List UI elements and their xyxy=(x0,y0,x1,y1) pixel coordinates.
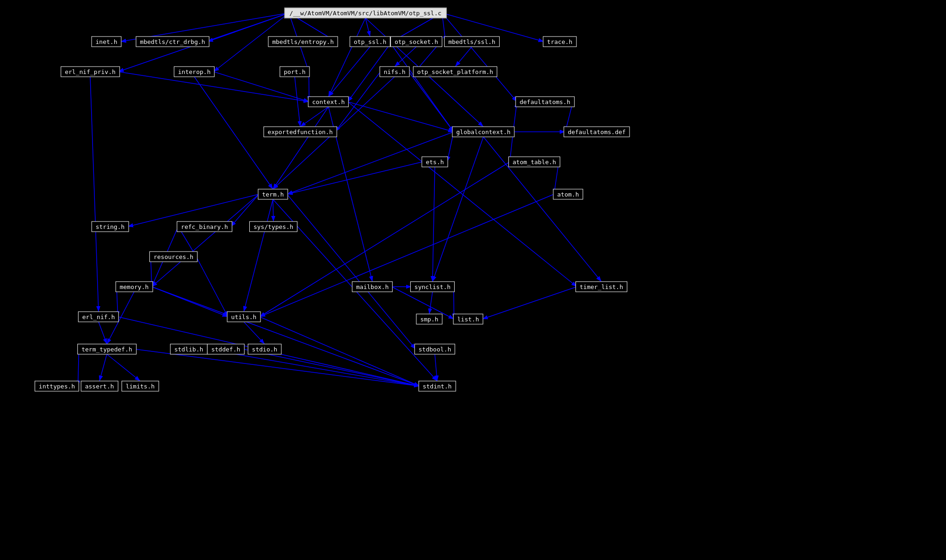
node-globalcontext_h: globalcontext.h xyxy=(452,127,514,137)
edge-otp_ssl_h-globalcontext_h xyxy=(390,42,454,132)
node-resources_h: resources.h xyxy=(149,252,198,262)
node-inttypes_h: inttypes.h xyxy=(35,381,79,392)
node-trace_h: trace.h xyxy=(543,37,577,47)
edge-utils_h-stdint_h xyxy=(260,317,420,386)
node-sys_types_h: sys/types.h xyxy=(249,222,297,232)
edge-ets_h-synclist_h xyxy=(433,167,435,282)
node-erl_nif_h: erl_nif.h xyxy=(78,312,119,322)
edge-synclist_h-smp_h xyxy=(429,292,433,314)
edge-memory_h-utils_h xyxy=(152,287,228,317)
edge-term_typedef_h-stdint_h xyxy=(135,349,420,386)
edge-root-context_h xyxy=(328,18,365,97)
node-string_h: string.h xyxy=(92,222,129,232)
node-otp_ssl_h: otp_ssl.h xyxy=(350,37,390,47)
node-mbedtls_ssl_h: mbedtls/ssl.h xyxy=(444,37,500,47)
edge-term_h-sys_types_h xyxy=(273,199,273,222)
edge-memory_h-stdint_h xyxy=(152,287,420,386)
node-mbedtls_ctr_drbg_h: mbedtls/ctr_drbg.h xyxy=(136,37,210,47)
edge-atom_table_h-utils_h xyxy=(260,162,510,317)
edge-atom_h-utils_h xyxy=(260,194,554,317)
edge-otp_ssl_h-context_h xyxy=(328,47,370,97)
node-term_typedef_h: term_typedef.h xyxy=(77,344,136,355)
edge-context_h-term_h xyxy=(273,107,328,189)
edge-root-defaultatoms_h xyxy=(442,13,517,102)
node-assert_h: assert.h xyxy=(81,381,118,392)
node-port_h: port.h xyxy=(280,67,310,77)
node-utils_h: utils.h xyxy=(227,312,261,322)
edge-otp_socket_h-nifs_h xyxy=(395,47,416,67)
node-mbedtls_entropy_h: mbedtls/entropy.h xyxy=(268,37,338,47)
edge-port_h-exportedfunction_h xyxy=(295,77,300,127)
edge-stdbool_h-stdint_h xyxy=(435,354,437,381)
node-stdio_h: stdio.h xyxy=(248,344,282,355)
edge-resources_h-utils_h xyxy=(196,257,228,317)
node-inet_h: inet.h xyxy=(92,37,122,47)
node-defaultatoms_h: defaultatoms.h xyxy=(515,97,575,107)
node-ets_h: ets.h xyxy=(421,157,448,167)
edge-layer xyxy=(0,0,946,560)
node-stdint_h: stdint.h xyxy=(419,381,456,392)
node-timer_list_h: timer_list.h xyxy=(575,282,627,292)
edge-mbedtls_ssl_h-otp_socket_platform_h xyxy=(455,47,472,67)
edge-context_h-globalcontext_h xyxy=(348,102,454,132)
edge-stddef_h-stdint_h xyxy=(243,349,420,386)
edge-stdlib_h-stdint_h xyxy=(206,349,420,386)
edge-utils_h-stdio_h xyxy=(244,322,265,344)
node-memory_h: memory.h xyxy=(116,282,153,292)
node-list_h: list.h xyxy=(453,314,483,325)
node-stdlib_h: stdlib.h xyxy=(170,344,208,355)
node-context_h: context.h xyxy=(308,97,349,107)
node-defaultatoms_def: defaultatoms.def xyxy=(563,127,630,137)
node-nifs_h: nifs.h xyxy=(380,67,410,77)
node-otp_socket_h: otp_socket.h xyxy=(390,37,442,47)
edge-term_typedef_h-limits_h xyxy=(107,354,140,381)
edge-root-otp_ssl_h xyxy=(365,18,370,37)
node-synclist_h: synclist.h xyxy=(410,282,455,292)
edge-erl_nif_h-term_typedef_h xyxy=(99,322,107,344)
edge-ets_h-term_h xyxy=(287,162,423,194)
node-root: /__w/AtomVM/AtomVM/src/libAtomVM/otp_ssl… xyxy=(284,8,447,18)
edge-interop_h-term_h xyxy=(194,77,273,189)
edge-timer_list_h-list_h xyxy=(482,287,577,319)
edge-term_typedef_h-assert_h xyxy=(99,354,107,381)
node-term_h: term.h xyxy=(258,189,288,200)
node-refc_binary_h: refc_binary.h xyxy=(177,222,232,232)
node-erl_nif_priv_h: erl_nif_priv.h xyxy=(61,67,120,77)
edge-context_h-exportedfunction_h xyxy=(300,107,328,127)
edge-term_h-memory_h xyxy=(152,194,259,287)
node-otp_socket_platform_h: otp_socket_platform.h xyxy=(413,67,497,77)
edge-term_h-utils_h xyxy=(244,199,273,312)
node-smp_h: smp.h xyxy=(416,314,442,325)
node-limits_h: limits.h xyxy=(122,381,159,392)
edge-erl_nif_priv_h-erl_nif_h xyxy=(90,77,99,312)
node-interop_h: interop.h xyxy=(174,67,215,77)
node-atom_table_h: atom_table.h xyxy=(508,157,560,167)
node-mailbox_h: mailbox.h xyxy=(352,282,393,292)
node-stddef_h: stddef.h xyxy=(207,344,245,355)
edge-term_h-stdbool_h xyxy=(287,194,416,349)
edge-nifs_h-globalcontext_h xyxy=(409,72,454,132)
graph-container: /__w/AtomVM/AtomVM/src/libAtomVM/otp_ssl… xyxy=(0,0,946,560)
node-exportedfunction_h: exportedfunction.h xyxy=(264,127,337,137)
node-stdbool_h: stdbool.h xyxy=(414,344,455,355)
node-atom_h: atom.h xyxy=(553,189,583,200)
